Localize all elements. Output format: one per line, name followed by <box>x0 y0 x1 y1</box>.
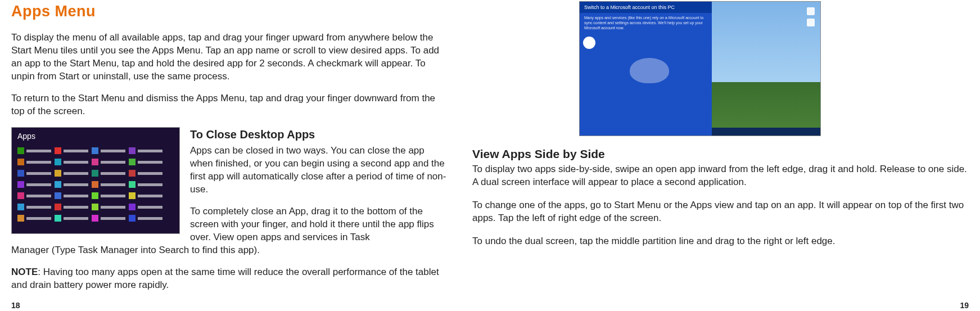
thumb-msg-text: Many apps and services (like this one) r… <box>580 13 712 33</box>
right-text-block: View Apps Side by Side To display two ap… <box>472 146 969 248</box>
page-number-right: 19 <box>960 300 969 311</box>
thumb-left-pane: Switch to a Microsoft account on this PC… <box>580 2 712 136</box>
body-paragraph-wrap: Manager (Type Task Manager into Search t… <box>11 244 450 257</box>
body-paragraph: To completely close an App, drag it to t… <box>190 205 450 244</box>
thumb-right-pane <box>712 2 820 136</box>
thumb-topbar-text: Switch to a Microsoft account on this PC <box>580 2 712 13</box>
note-label: NOTE <box>11 267 38 277</box>
section-heading: Apps Menu <box>11 1 450 21</box>
close-desktop-section: Apps <box>11 127 450 244</box>
apps-thumb-label: Apps <box>17 131 35 142</box>
body-paragraph: To change one of the apps, go to Start M… <box>472 199 969 225</box>
page-number-left: 18 <box>11 300 20 311</box>
body-paragraph: To return to the Start Menu and dismiss … <box>11 92 450 118</box>
close-text-block: To Close Desktop Apps Apps can be closed… <box>190 127 450 244</box>
avatar-icon <box>583 37 595 49</box>
body-paragraph: Apps can be closed in two ways. You can … <box>190 145 450 196</box>
body-paragraph: To undo the dual screen, tap the middle … <box>472 235 969 248</box>
desktop-icon <box>807 19 815 26</box>
side-by-side-screenshot: Switch to a Microsoft account on this PC… <box>579 1 821 136</box>
right-page: Switch to a Microsoft account on this PC… <box>472 1 969 311</box>
desktop-icon <box>807 7 815 15</box>
note-paragraph: NOTE: Having too many apps open at the s… <box>11 266 450 292</box>
note-text: : Having too many apps open at the same … <box>11 267 439 290</box>
body-paragraph: To display two apps side-by-side, swipe … <box>472 163 969 189</box>
side-by-side-heading: View Apps Side by Side <box>472 146 969 162</box>
left-page: Apps Menu To display the menu of all ava… <box>11 1 450 311</box>
apps-menu-screenshot: Apps <box>11 127 180 234</box>
body-paragraph: To display the menu of all available app… <box>11 31 450 83</box>
cloud-icon <box>630 58 669 83</box>
close-subheading: To Close Desktop Apps <box>190 127 450 142</box>
